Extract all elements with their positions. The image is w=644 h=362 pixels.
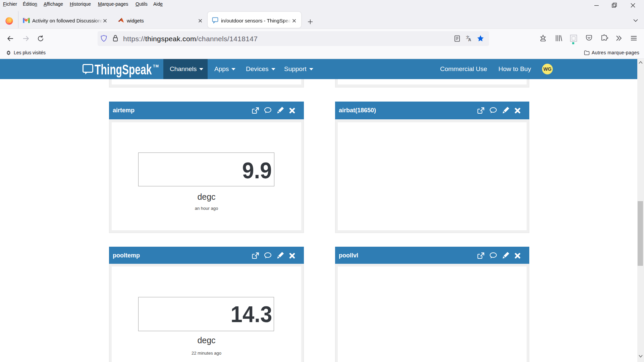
svg-text:A: A bbox=[468, 38, 471, 42]
